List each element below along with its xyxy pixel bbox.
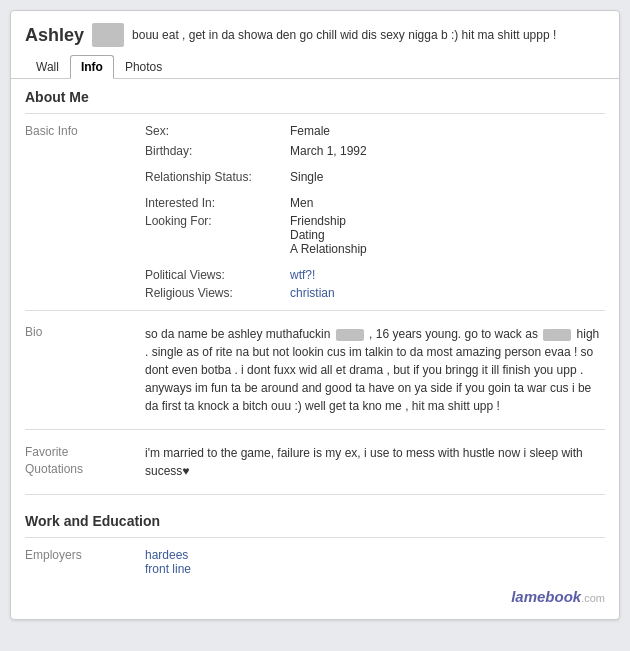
bio-divider-top [25, 310, 605, 311]
birthday-row: Birthday: March 1, 1992 [25, 142, 605, 160]
avatar-blur [92, 23, 124, 47]
bio-text: so da name be ashley muthafuckin , 16 ye… [145, 325, 605, 415]
employers-value: hardees front line [145, 548, 191, 576]
sex-row: Basic Info Sex: Female [25, 120, 605, 142]
bio-text-part1: so da name be ashley muthafuckin [145, 327, 334, 341]
birthday-field-label: Birthday: [145, 144, 290, 158]
employers-row: Employers hardees front line [11, 544, 619, 580]
political-value: wtf?! [290, 268, 315, 282]
birthday-value: March 1, 1992 [290, 144, 367, 158]
bio-label: Bio [25, 325, 145, 415]
tab-photos[interactable]: Photos [114, 55, 173, 79]
brand-suffix: .com [581, 592, 605, 604]
work-education-title: Work and Education [11, 503, 619, 537]
religious-row: Religious Views: christian [25, 284, 605, 302]
tab-bar: Wall Info Photos [11, 55, 619, 79]
tab-info[interactable]: Info [70, 55, 114, 79]
bio-row: Bio so da name be ashley muthafuckin , 1… [11, 319, 619, 421]
profile-header: Ashley bouu eat , get in da showa den go… [11, 11, 619, 55]
bio-blur-1 [336, 329, 364, 341]
basic-info-label: Basic Info [25, 124, 145, 138]
footer-brand: lamebook.com [11, 580, 619, 609]
religious-field-label: Religious Views: [145, 286, 290, 300]
religious-link[interactable]: christian [290, 286, 335, 300]
sex-value: Female [290, 124, 330, 138]
bio-blur-2 [543, 329, 571, 341]
interested-field-label: Interested In: [145, 196, 290, 210]
sex-field-label: Sex: [145, 124, 290, 138]
profile-username: Ashley [25, 25, 84, 46]
header-status-text: bouu eat , get in da showa den go chill … [132, 28, 605, 42]
quotations-label: FavoriteQuotations [25, 444, 145, 480]
employer-position-link[interactable]: front line [145, 562, 191, 576]
employers-label: Employers [25, 548, 145, 576]
quotations-row: FavoriteQuotations i'm married to the ga… [11, 438, 619, 486]
religious-value: christian [290, 286, 335, 300]
interested-value: Men [290, 196, 313, 210]
looking-for-values: Friendship Dating A Relationship [290, 214, 367, 256]
political-link[interactable]: wtf?! [290, 268, 315, 282]
bio-text-part2: , 16 years young. go to wack as [366, 327, 541, 341]
work-divider-top [25, 494, 605, 495]
interested-row: Interested In: Men [25, 194, 605, 212]
relationship-row: Relationship Status: Single [25, 168, 605, 186]
quotations-text: i'm married to the game, failure is my e… [145, 444, 605, 480]
looking-for-field-label: Looking For: [145, 214, 290, 228]
political-row: Political Views: wtf?! [25, 266, 605, 284]
relationship-value: Single [290, 170, 323, 184]
work-divider-bottom [25, 537, 605, 538]
about-me-title: About Me [11, 79, 619, 113]
relationship-field-label: Relationship Status: [145, 170, 290, 184]
political-field-label: Political Views: [145, 268, 290, 282]
employer-name-link[interactable]: hardees [145, 548, 188, 562]
profile-card: Ashley bouu eat , get in da showa den go… [10, 10, 620, 620]
tab-wall[interactable]: Wall [25, 55, 70, 79]
brand-name: lamebook [511, 588, 581, 605]
quotations-divider-top [25, 429, 605, 430]
looking-for-row: Looking For: Friendship Dating A Relatio… [25, 212, 605, 258]
